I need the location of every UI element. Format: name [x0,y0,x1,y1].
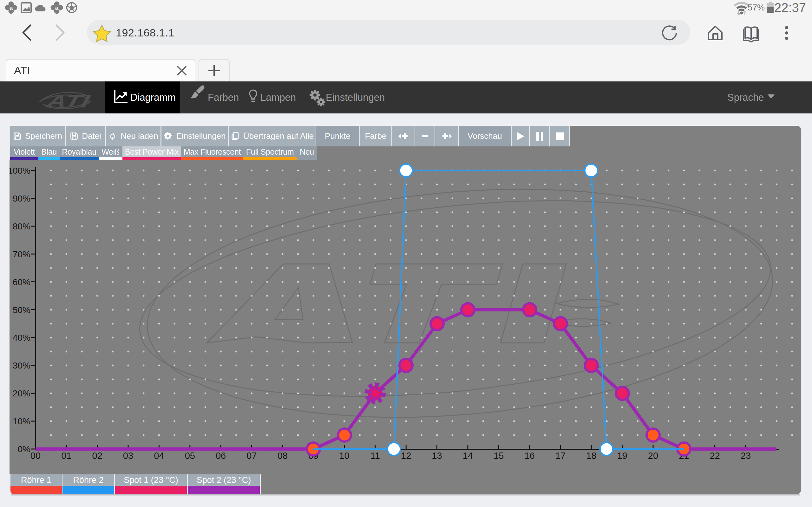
svg-text:90%: 90% [13,193,31,204]
svg-text:Lampen: Lampen [260,92,296,103]
svg-text:15: 15 [494,451,504,461]
svg-text:07: 07 [247,451,257,461]
svg-text:0%: 0% [18,444,31,454]
svg-text:22: 22 [710,451,720,461]
svg-text:18: 18 [586,451,596,461]
svg-text:50%: 50% [13,305,31,315]
svg-text:70%: 70% [13,249,31,259]
svg-text:Sprache: Sprache [727,92,764,103]
svg-text:57%: 57% [748,3,765,12]
svg-text:08: 08 [277,451,288,461]
svg-text:30%: 30% [13,360,31,371]
svg-text:02: 02 [92,451,102,461]
svg-text:60%: 60% [13,277,31,287]
svg-text:a: a [9,4,13,11]
svg-text:14: 14 [463,451,473,461]
svg-text:10%: 10% [13,416,31,426]
svg-text:a: a [55,4,59,11]
svg-text:19: 19 [617,451,627,461]
svg-text:100%: 100% [9,166,31,176]
svg-text:40%: 40% [13,333,31,343]
svg-text:06: 06 [216,451,226,461]
svg-text:01: 01 [61,451,71,461]
svg-text:23: 23 [741,451,751,461]
svg-text:11: 11 [370,451,380,461]
svg-text:22:37: 22:37 [774,1,806,14]
svg-text:Farben: Farben [208,92,239,103]
svg-text:12: 12 [401,451,411,461]
svg-text:ATI: ATI [44,92,92,111]
svg-text:04: 04 [154,451,164,461]
svg-text:05: 05 [185,451,195,461]
svg-text:80%: 80% [13,222,31,231]
svg-text:10: 10 [339,451,349,461]
svg-text:13: 13 [432,451,442,461]
svg-text:20%: 20% [13,389,31,398]
svg-text:16: 16 [524,451,535,461]
svg-text:20: 20 [648,451,658,461]
svg-text:17: 17 [555,451,565,461]
svg-text:Diagramm: Diagramm [131,92,176,103]
svg-text:03: 03 [123,451,133,461]
svg-text:00: 00 [31,451,41,461]
svg-text:Einstellungen: Einstellungen [326,92,385,103]
